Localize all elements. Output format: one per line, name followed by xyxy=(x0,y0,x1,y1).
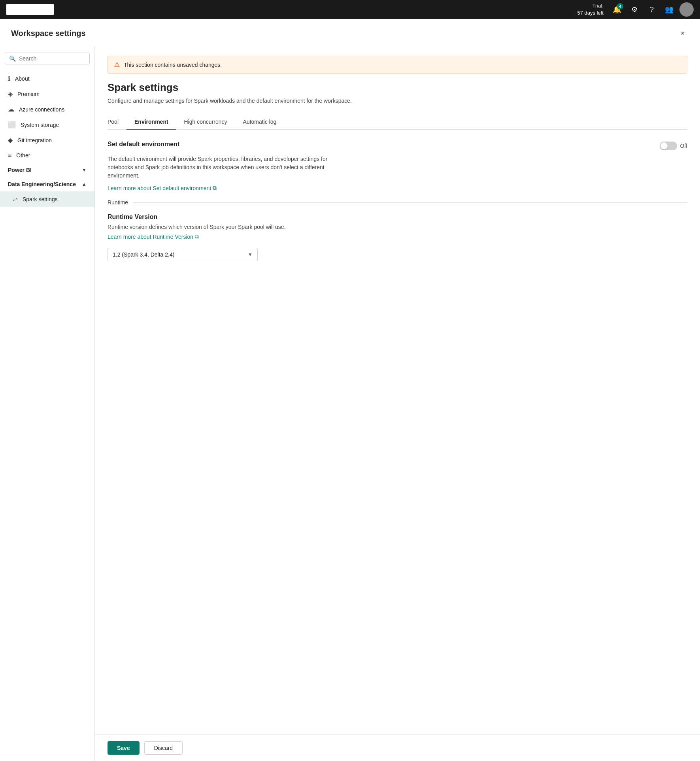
chevron-up-icon: ▲ xyxy=(82,181,87,187)
people-icon[interactable]: 👥 xyxy=(662,2,676,17)
tab-high-concurrency[interactable]: High concurrency xyxy=(176,115,235,130)
main-content: ⚠ This section contains unsaved changes.… xyxy=(95,46,700,761)
sidebar-item-about[interactable]: ℹ About xyxy=(0,71,94,86)
cloud-icon: ☁ xyxy=(8,106,14,113)
sidebar-item-premium[interactable]: ◈ Premium xyxy=(0,86,94,102)
avatar[interactable] xyxy=(679,2,694,17)
other-icon: ≡ xyxy=(8,152,11,159)
runtime-divider: Runtime xyxy=(108,199,687,206)
dropdown-value: 1.2 (Spark 3.4, Delta 2.4) xyxy=(113,251,174,258)
modal-body: 🔍 ℹ About ◈ Premium ☁ Azure connections … xyxy=(0,46,700,761)
section-data-engineering-label: Data Engineering/Science xyxy=(8,181,76,187)
warning-banner: ⚠ This section contains unsaved changes. xyxy=(108,56,687,74)
learn-link-text: Learn more about Set default environment xyxy=(108,185,211,191)
warning-text: This section contains unsaved changes. xyxy=(124,62,222,68)
runtime-version-learn-link[interactable]: Learn more about Runtime Version ⧉ xyxy=(108,233,199,240)
sidebar-item-other-label: Other xyxy=(16,152,30,159)
search-icon: 🔍 xyxy=(9,55,16,62)
set-default-env-learn-link[interactable]: Learn more about Set default environment… xyxy=(108,185,217,191)
modal-footer: Save Discard xyxy=(95,735,700,761)
section-power-bi[interactable]: Power BI ▼ xyxy=(0,163,94,177)
runtime-version-description: Runtime version defines which version of… xyxy=(108,224,687,230)
info-icon: ℹ xyxy=(8,75,10,82)
external-link-icon: ⧉ xyxy=(213,185,217,191)
search-input[interactable] xyxy=(19,55,85,62)
save-button[interactable]: Save xyxy=(108,741,140,755)
discard-button[interactable]: Discard xyxy=(144,741,183,755)
toggle-row: Off xyxy=(660,142,687,150)
spark-settings-icon: ⇌ xyxy=(13,195,18,203)
topbar: Trial: 57 days left 🔔 4 ⚙ ? 👥 xyxy=(0,0,700,19)
tab-environment[interactable]: Environment xyxy=(126,115,176,130)
tab-pool[interactable]: Pool xyxy=(108,115,126,130)
sidebar-item-azure-connections[interactable]: ☁ Azure connections xyxy=(0,102,94,117)
search-box[interactable]: 🔍 xyxy=(5,53,90,64)
dropdown-chevron-icon: ▼ xyxy=(248,252,253,257)
divider-line xyxy=(133,202,687,203)
page-description: Configure and manage settings for Spark … xyxy=(108,97,368,105)
modal-title: Workspace settings xyxy=(11,29,86,38)
content-inner: ⚠ This section contains unsaved changes.… xyxy=(95,46,700,735)
help-icon[interactable]: ? xyxy=(645,2,659,17)
settings-icon[interactable]: ⚙ xyxy=(627,2,642,17)
sidebar-item-system-storage[interactable]: ⬜ System storage xyxy=(0,117,94,132)
section-power-bi-label: Power BI xyxy=(8,167,32,173)
sidebar-item-git-integration-label: Git integration xyxy=(17,137,52,144)
runtime-learn-link-text: Learn more about Runtime Version xyxy=(108,234,193,240)
modal-header: Workspace settings × xyxy=(0,19,700,46)
topbar-logo xyxy=(6,4,54,15)
chevron-down-icon: ▼ xyxy=(82,167,87,173)
sidebar-item-other[interactable]: ≡ Other xyxy=(0,148,94,163)
storage-icon: ⬜ xyxy=(8,121,16,128)
warning-icon: ⚠ xyxy=(114,61,120,68)
page-title: Spark settings xyxy=(108,81,687,94)
set-default-env-description: The default environment will provide Spa… xyxy=(108,155,337,180)
set-default-env-title: Set default environment xyxy=(108,141,179,148)
git-icon: ◆ xyxy=(8,136,13,144)
tabs: Pool Environment High concurrency Automa… xyxy=(108,115,687,130)
sidebar-item-spark-settings-label: Spark settings xyxy=(23,196,58,202)
trial-info: Trial: 57 days left xyxy=(577,2,604,17)
diamond-icon: ◈ xyxy=(8,90,13,98)
runtime-divider-label: Runtime xyxy=(108,199,128,206)
topbar-right: Trial: 57 days left 🔔 4 ⚙ ? 👥 xyxy=(577,2,694,17)
notification-badge: 4 xyxy=(617,3,623,9)
tab-automatic-log[interactable]: Automatic log xyxy=(235,115,285,130)
default-env-toggle[interactable] xyxy=(660,142,677,150)
sidebar-item-git-integration[interactable]: ◆ Git integration xyxy=(0,132,94,148)
set-default-env-row: Set default environment Off xyxy=(108,141,687,150)
toggle-label: Off xyxy=(680,143,687,149)
close-button[interactable]: × xyxy=(676,27,689,40)
sidebar-item-about-label: About xyxy=(15,76,30,82)
sidebar-item-spark-settings[interactable]: ⇌ Spark settings xyxy=(0,191,94,207)
workspace-settings-modal: Workspace settings × 🔍 ℹ About ◈ Premium… xyxy=(0,19,700,761)
runtime-version-title: Runtime Version xyxy=(108,213,687,221)
sidebar: 🔍 ℹ About ◈ Premium ☁ Azure connections … xyxy=(0,46,95,761)
sidebar-item-azure-connections-label: Azure connections xyxy=(19,106,64,113)
sidebar-item-premium-label: Premium xyxy=(17,91,40,97)
runtime-version-dropdown[interactable]: 1.2 (Spark 3.4, Delta 2.4) ▼ xyxy=(108,248,258,261)
notification-icon[interactable]: 🔔 4 xyxy=(610,2,624,17)
section-data-engineering[interactable]: Data Engineering/Science ▲ xyxy=(0,177,94,191)
runtime-external-link-icon: ⧉ xyxy=(195,233,199,240)
sidebar-item-system-storage-label: System storage xyxy=(21,122,59,128)
